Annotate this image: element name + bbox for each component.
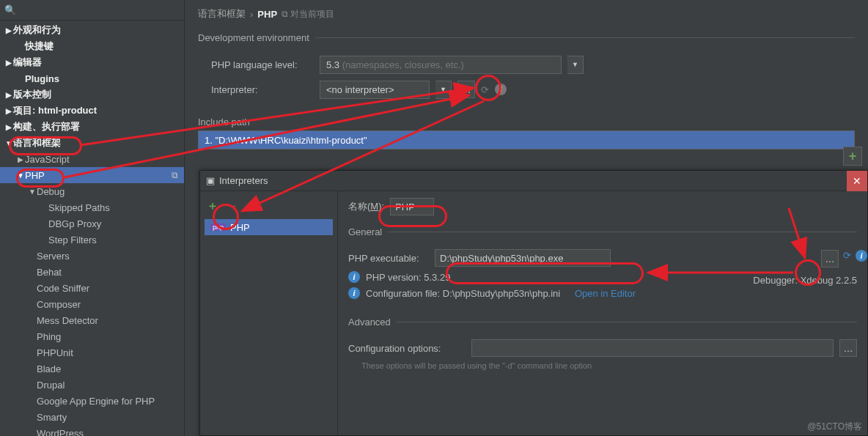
sidebar-item[interactable]: Blade [0, 361, 184, 377]
sidebar-item[interactable]: Smarty [0, 409, 184, 425]
sidebar-item[interactable]: ▶编辑器 [0, 54, 184, 70]
sidebar-item-label: 语言和框架 [13, 136, 61, 149]
php-exe-browse-button[interactable]: … [821, 250, 839, 267]
info-icon: i [348, 287, 360, 299]
php-badge-icon: php [210, 223, 226, 231]
sidebar-item[interactable]: 快捷键 [0, 38, 184, 54]
sidebar-item[interactable]: Plugins [0, 70, 184, 86]
sidebar-item[interactable]: ▼语言和框架 [0, 135, 184, 151]
name-label: 名称(M): [348, 200, 384, 213]
sidebar-item[interactable]: ▼PHP⧉ [0, 167, 184, 183]
sidebar-item[interactable]: WordPress [0, 425, 184, 436]
sidebar-item[interactable]: Phing [0, 328, 184, 344]
reload-icon[interactable]: ⟳ [843, 250, 851, 267]
sidebar-item-label: 构建、执行部署 [13, 120, 80, 133]
sidebar-item[interactable]: ▶版本控制 [0, 86, 184, 103]
sidebar-item-label: Google App Engine for PHP [37, 396, 155, 407]
caret-icon: ▶ [4, 59, 13, 67]
lang-level-label: PHP language level: [211, 59, 314, 70]
cfg-options-browse-button[interactable]: … [839, 339, 857, 357]
sidebar-item-label: Phing [37, 331, 61, 342]
php-version-text: PHP version: 5.3.29 [366, 272, 450, 283]
interpreter-arrow-icon[interactable]: ▼ [435, 81, 452, 99]
sidebar-item[interactable]: ▶项目: html-product [0, 103, 184, 119]
interpreters-dialog: ▣ Interpreters ✕ ＋ － ⧉ php PHP 名称(M): Ge… [199, 170, 868, 436]
caret-icon: ▶ [4, 107, 13, 115]
cfg-options-input[interactable] [471, 339, 834, 357]
dialog-titlebar[interactable]: ▣ Interpreters ✕ [200, 171, 867, 191]
advanced-legend: Advanced [348, 317, 397, 328]
sidebar-item-label: WordPress [37, 428, 84, 437]
sidebar-item[interactable]: Drupal [0, 377, 184, 393]
sidebar-item[interactable]: Mess Detector [0, 312, 184, 328]
sidebar-item-label: Composer [37, 299, 81, 310]
interpreter-detail-panel: 名称(M): General PHP executable: … ⟳ i i P… [338, 191, 867, 435]
sidebar-item-label: Servers [37, 251, 70, 262]
interpreter-list-item[interactable]: php PHP [205, 219, 333, 235]
sidebar-item-label: Drupal [37, 380, 65, 391]
crumb-page: PHP [257, 9, 277, 20]
open-in-editor-link[interactable]: Open in Editor [575, 288, 636, 299]
close-button[interactable]: ✕ [847, 171, 867, 191]
caret-icon: ▼ [16, 171, 25, 180]
advanced-group: Advanced Configuration options: … These … [348, 317, 857, 370]
interpreter-item-label: PHP [230, 222, 250, 233]
sidebar-item-label: 外观和行为 [13, 23, 61, 37]
sidebar-item[interactable]: ▶JavaScript [0, 151, 184, 167]
info-icon[interactable]: i [856, 250, 867, 262]
lang-level-arrow-icon[interactable]: ▼ [567, 56, 584, 74]
config-file-text: Configuration file: D:\phpStudy\php53n\p… [366, 288, 560, 299]
sidebar-item-label: JavaScript [25, 154, 70, 165]
sidebar-item[interactable]: ▶构建、执行部署 [0, 119, 184, 135]
crumb-category: 语言和框架 [198, 7, 246, 21]
caret-icon: ▶ [4, 26, 13, 34]
sidebar-item-label: Blade [37, 363, 61, 374]
php-exe-input[interactable] [435, 249, 611, 267]
sidebar-item-label: DBGp Proxy [48, 218, 101, 229]
info-icon: i [348, 271, 360, 283]
copy-interpreter-button[interactable]: ⧉ [246, 198, 262, 214]
reload-icon[interactable]: ⟳ [481, 84, 489, 95]
sidebar-item[interactable]: Skipped Paths [0, 199, 184, 215]
sidebar-item-label: Plugins [25, 73, 59, 84]
sidebar-item[interactable]: Composer [0, 296, 184, 312]
sidebar-item-label: 项目: html-product [13, 104, 97, 117]
watermark: @51CTO博客 [807, 421, 862, 433]
sidebar-item[interactable]: Code Sniffer [0, 280, 184, 296]
sidebar-item[interactable]: PHPUnit [0, 344, 184, 361]
caret-icon: ▶ [4, 91, 13, 99]
caret-icon: ▼ [4, 139, 13, 147]
sidebar-item-label: Skipped Paths [48, 202, 110, 213]
php-exe-label: PHP executable: [348, 253, 429, 264]
add-include-path-button[interactable]: + [843, 147, 862, 166]
dev-env-group: Development environment PHP language lev… [198, 32, 855, 103]
sidebar-item-label: Step Filters [48, 234, 97, 245]
sidebar-item[interactable]: ▶外观和行为 [0, 22, 184, 38]
name-input[interactable] [390, 198, 434, 215]
dev-env-legend: Development environment [198, 32, 315, 43]
sidebar-item-label: PHP [25, 170, 45, 181]
breadcrumb: 语言和框架 › PHP ⧉ 对当前项目 [198, 6, 855, 22]
lang-level-select[interactable]: 5.3 (namespaces, closures, etc.) [320, 56, 562, 74]
sidebar-item[interactable]: Google App Engine for PHP [0, 393, 184, 409]
cfg-options-label: Configuration options: [348, 343, 466, 354]
sidebar-item[interactable]: Servers [0, 248, 184, 264]
general-group: General PHP executable: … ⟳ i i PHP vers… [348, 226, 857, 303]
project-badge-icon: ⧉ [172, 170, 178, 180]
sidebar-item-label: 快捷键 [25, 40, 54, 53]
include-path-row[interactable]: 1. "D:\WWW\HRC\kuaizi\html-product" [198, 130, 855, 149]
remove-interpreter-button[interactable]: － [225, 198, 241, 214]
search-input[interactable] [19, 4, 180, 15]
lang-level-value: 5.3 [326, 59, 339, 70]
sidebar-item[interactable]: DBGp Proxy [0, 215, 184, 232]
info-icon[interactable]: i [495, 84, 507, 95]
interpreter-browse-button[interactable]: … [457, 81, 475, 98]
search-wrap: 🔍 [0, 0, 184, 21]
sidebar-item[interactable]: Step Filters [0, 232, 184, 248]
add-interpreter-button[interactable]: ＋ [205, 198, 221, 214]
interpreter-select[interactable]: <no interpreter> [320, 81, 430, 99]
sidebar-item[interactable]: ▼Debug [0, 183, 184, 199]
sidebar-item[interactable]: Behat [0, 264, 184, 280]
sidebar-item-label: Debug [37, 186, 65, 197]
interpreter-label: Interpreter: [211, 84, 314, 95]
